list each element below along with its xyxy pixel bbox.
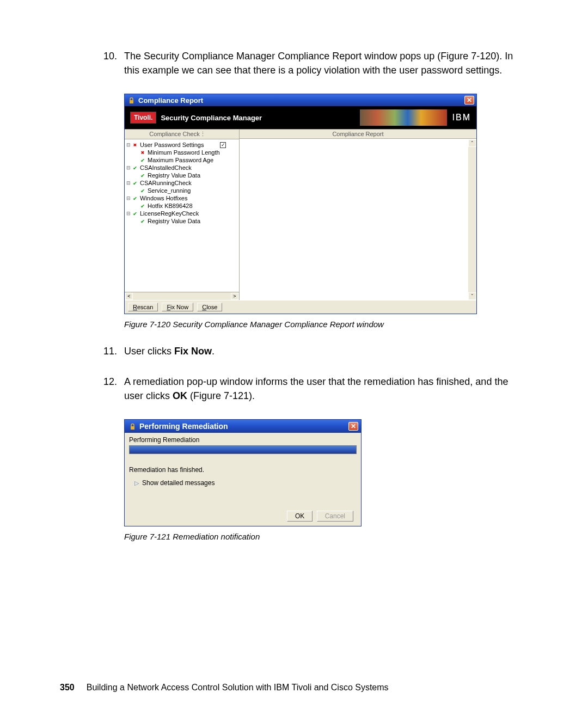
remediation-window: Performing Remediation ✕ Performing Reme… — [124, 419, 362, 526]
page-number: 350 — [60, 683, 75, 692]
step-10-text: The Security Compliance Manager Complian… — [124, 51, 513, 76]
tree-item[interactable]: ✔Service_running — [126, 187, 238, 194]
tree-item[interactable]: ✖Minimum Password Length — [126, 149, 238, 156]
tree-toggle-icon[interactable]: ⊟ — [126, 180, 131, 186]
tree-item[interactable]: ⊟✔CSARunningCheck — [126, 179, 238, 187]
tree-toggle-icon[interactable]: ⊟ — [126, 165, 131, 170]
expand-icon: ▷ — [134, 480, 139, 487]
pass-icon: ✔ — [139, 218, 146, 225]
fix-now-button[interactable]: Fix Now — [162, 303, 193, 311]
col-head-left[interactable]: Compliance Check⋮ — [125, 130, 239, 139]
tree-toggle-icon[interactable]: ⊟ — [126, 195, 131, 201]
lock-icon — [129, 423, 136, 430]
tree-toggle-icon[interactable]: ⊟ — [126, 142, 131, 148]
banner-text: Security Compliance Manager — [161, 114, 262, 122]
pass-icon: ✔ — [139, 203, 146, 210]
ok-button[interactable]: OK — [287, 511, 313, 522]
figure-121-caption: Figure 7-121 Remediation notification — [124, 532, 523, 541]
pass-icon: ✔ — [131, 195, 139, 202]
close-icon[interactable]: ✕ — [348, 422, 358, 431]
titlebar: Compliance Report ✕ — [125, 94, 476, 106]
tree-item-label: Registry Value Data — [148, 218, 200, 224]
pass-icon: ✔ — [131, 164, 139, 171]
fail-icon: ✖ — [139, 149, 146, 156]
tree-item-label: Windows Hotfixes — [140, 195, 187, 201]
tree-item-label: Service_running — [148, 187, 191, 194]
tivoli-badge: Tivoli. — [130, 112, 156, 124]
window-title: Performing Remediation — [139, 422, 228, 431]
banner-image — [360, 109, 447, 126]
tree-item-label: User Password Settings — [140, 142, 204, 148]
tree-item-label: CSARunningCheck — [140, 180, 192, 186]
banner: Tivoli. Security Compliance Manager IBM — [125, 106, 476, 129]
titlebar: Performing Remediation ✕ — [125, 420, 361, 433]
scroll-down-icon[interactable]: ˅ — [468, 292, 476, 300]
scroll-left-icon[interactable]: < — [125, 293, 133, 300]
svg-rect-0 — [130, 100, 133, 103]
tree-item-label: Registry Value Data — [148, 172, 200, 179]
footer-text: Building a Network Access Control Soluti… — [87, 683, 389, 692]
page-footer: 350Building a Network Access Control Sol… — [60, 683, 389, 693]
horizontal-scrollbar[interactable]: < > — [125, 292, 239, 300]
tree-item-label: Hotfix KB896428 — [148, 203, 193, 209]
svg-rect-1 — [131, 426, 134, 430]
col-head-right[interactable]: Compliance Report — [240, 130, 476, 139]
scroll-up-icon[interactable]: ˄ — [468, 139, 476, 147]
scroll-right-icon[interactable]: > — [231, 293, 238, 300]
tree-item-label: Minimum Password Length — [148, 149, 220, 156]
step-10-num: 10. — [103, 49, 124, 63]
tree-item[interactable]: ⊟✖User Password Settings✓ — [126, 141, 238, 149]
close-button[interactable]: Close — [197, 303, 222, 311]
step-12-num: 12. — [103, 375, 124, 389]
item-checkbox[interactable]: ✓ — [220, 142, 226, 148]
cancel-button: Cancel — [317, 511, 353, 522]
tree-item[interactable]: ✔Registry Value Data — [126, 171, 238, 179]
compliance-report-window: Compliance Report ✕ Tivoli. Security Com… — [124, 94, 477, 314]
pass-icon: ✔ — [139, 172, 146, 179]
show-details-toggle[interactable]: ▷ Show detailed messages — [129, 479, 357, 487]
pass-icon: ✔ — [139, 157, 146, 164]
lock-icon — [128, 97, 135, 104]
tree-item-label: LicenseRegKeyCheck — [140, 210, 199, 217]
rescan-button[interactable]: Rescan — [128, 303, 158, 311]
pass-icon: ✔ — [139, 187, 146, 194]
step-11-num: 11. — [103, 344, 124, 358]
pass-icon: ✔ — [131, 180, 139, 187]
remediation-message: Remediation has finished. — [129, 466, 357, 474]
tree-item-label: CSAInstalledCheck — [140, 164, 192, 171]
vertical-scrollbar[interactable]: ˄ ˅ — [468, 139, 476, 300]
progress-label: Performing Remediation — [129, 436, 357, 444]
step-11: 11.User clicks Fix Now. — [124, 344, 523, 358]
window-title: Compliance Report — [138, 96, 203, 105]
tree-item[interactable]: ✔Registry Value Data — [126, 217, 238, 225]
fail-icon: ✖ — [131, 142, 139, 149]
compliance-check-panel: Compliance Check⋮ ⊟✖User Password Settin… — [125, 130, 240, 300]
ibm-logo: IBM — [452, 113, 471, 122]
column-resize-icon[interactable]: ⋮ — [200, 131, 206, 138]
close-icon[interactable]: ✕ — [464, 96, 474, 105]
tree-item-label: Maximum Password Age — [148, 157, 213, 163]
tree-toggle-icon[interactable]: ⊟ — [126, 211, 131, 216]
pass-icon: ✔ — [131, 210, 139, 217]
step-12: 12.A remediation pop-up window informs t… — [124, 375, 523, 403]
tree-item[interactable]: ✔Hotfix KB896428 — [126, 202, 238, 210]
tree-item[interactable]: ⊟✔Windows Hotfixes — [126, 194, 238, 202]
step-10: 10.The Security Compliance Manager Compl… — [124, 49, 523, 77]
compliance-tree[interactable]: ⊟✖User Password Settings✓✖Minimum Passwo… — [125, 139, 239, 292]
tree-item[interactable]: ⊟✔LicenseRegKeyCheck — [126, 210, 238, 217]
compliance-report-panel: Compliance Report ˄ ˅ — [240, 130, 476, 300]
figure-120-caption: Figure 7-120 Security Compliance Manager… — [124, 320, 523, 329]
progress-bar — [129, 445, 357, 454]
tree-item[interactable]: ⊟✔CSAInstalledCheck — [126, 164, 238, 171]
button-row: Rescan Fix Now Close — [125, 300, 476, 314]
tree-item[interactable]: ✔Maximum Password Age — [126, 156, 238, 164]
